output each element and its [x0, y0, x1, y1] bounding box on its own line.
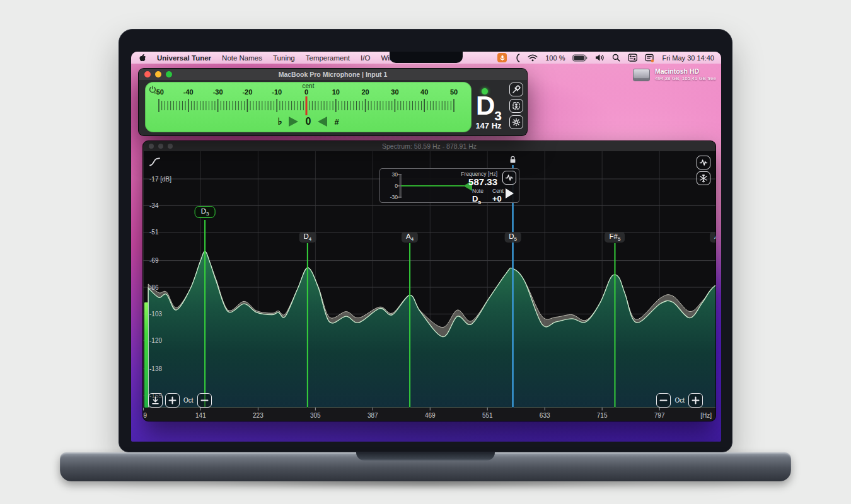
tuner-window-title: MacBook Pro Microphone | Input 1 [279, 71, 388, 78]
peak-note-label[interactable]: F#5 [605, 232, 625, 243]
battery-percent-label: 100 % [545, 54, 565, 62]
cent-deviation-value: 0 [305, 116, 311, 127]
hz-tick-label: 797 [654, 412, 665, 419]
peak-note-label[interactable]: D5 [504, 232, 521, 243]
menu-tuning[interactable]: Tuning [273, 54, 295, 62]
freeze-snowflake-button[interactable] [697, 171, 710, 185]
db-tick-label: -69 [149, 257, 159, 264]
popup-note-value: D5 [472, 194, 483, 205]
menu-clock[interactable]: Fri May 30 14:40 [662, 54, 714, 62]
tune-down-arrow-icon [318, 117, 327, 127]
tuner-window: MacBook Pro Microphone | Input 1 cent -5… [138, 68, 528, 136]
hz-tick-label: 551 [482, 412, 493, 419]
popup-cent-line [401, 185, 464, 186]
zoom-button[interactable] [166, 71, 172, 77]
hz-tick-label: 141 [195, 412, 206, 419]
minimize-button[interactable] [158, 144, 163, 149]
frequency-inspector-popup[interactable]: 30 0 -30 Frequency [Hz] 587.33 Note D5 [379, 168, 519, 203]
tune-up-arrow-icon [289, 117, 298, 127]
hz-axis-unit: [Hz] [700, 412, 712, 419]
menu-temperament[interactable]: Temperament [306, 54, 350, 62]
db-tick-label: -103 [149, 311, 162, 318]
macbook-screen: Universal Tuner Note Names Tuning Temper… [131, 52, 721, 442]
menu-note-names[interactable]: Note Names [222, 54, 262, 62]
pin-window-button[interactable] [509, 83, 523, 96]
microphone-in-use-indicator[interactable] [497, 53, 507, 62]
peak-note-label[interactable]: A4 [402, 232, 418, 243]
focus-mode-icon[interactable] [514, 54, 520, 62]
detected-frequency: 147 Hz [465, 121, 512, 130]
peak-note-label[interactable]: D4 [299, 232, 316, 243]
hz-tick-label: 223 [253, 412, 263, 419]
volume-icon[interactable] [595, 54, 605, 62]
play-tone-button[interactable] [506, 188, 514, 198]
spotlight-search-icon[interactable] [612, 54, 620, 62]
popup-cent-value: +0 [492, 194, 504, 204]
spectrum-plot-area[interactable]: 59141223305387469551633715797[Hz]-17 [dB… [143, 151, 716, 421]
octave-label-right: Oct [674, 397, 685, 404]
hz-tick-label: 633 [540, 412, 550, 419]
waveform-view-button[interactable] [697, 156, 710, 169]
popup-note-label: Note [472, 188, 483, 194]
menu-app-name[interactable]: Universal Tuner [157, 54, 211, 62]
macbook-base [60, 452, 791, 481]
close-button[interactable] [144, 71, 151, 77]
minimize-button[interactable] [155, 71, 161, 77]
desktop-volume[interactable]: Macintosh HD 494,38 GB, 165,41 GB free [633, 67, 716, 81]
popup-cent-label: Cent [492, 188, 504, 194]
db-tick-label: -17 [dB] [149, 176, 171, 183]
averaged-spectrum-curve [148, 251, 716, 408]
battery-icon[interactable] [572, 54, 588, 62]
spectrum-window: Spectrum: 58.59 Hz - 878.91 Hz 591412233… [142, 140, 716, 421]
hz-tick-label: 305 [310, 412, 321, 419]
lid-lift-notch [356, 452, 495, 461]
popup-frequency-value: 587.33 [461, 177, 497, 188]
wifi-icon[interactable] [528, 54, 538, 62]
apple-menu-icon[interactable] [138, 53, 146, 62]
hz-tick-label: 59 [143, 412, 147, 419]
smoothing-curve-icon[interactable] [149, 157, 161, 169]
flat-symbol: ♭ [277, 116, 282, 127]
tuner-titlebar[interactable]: MacBook Pro Microphone | Input 1 [139, 69, 527, 80]
db-tick-label: -86 [149, 284, 159, 291]
resize-window-button[interactable] [509, 99, 523, 113]
close-button[interactable] [149, 144, 154, 149]
hz-tick-label: 715 [597, 412, 608, 419]
popup-waveform-button[interactable] [502, 171, 516, 185]
db-tick-label: -138 [149, 365, 162, 372]
desktop-mockup: Universal Tuner Note Names Tuning Temper… [0, 0, 851, 504]
volume-name: Macintosh HD [655, 67, 716, 75]
tuning-needle [306, 96, 308, 115]
menu-io[interactable]: I/O [361, 54, 370, 62]
lock-icon[interactable] [509, 155, 516, 166]
macbook-lid: Universal Tuner Note Names Tuning Temper… [119, 29, 732, 452]
input-level-meter [144, 302, 148, 408]
peak-note-label[interactable]: A5 [710, 232, 716, 243]
control-center-icon[interactable] [628, 54, 637, 62]
octave-zoom-in-button-left[interactable] [165, 393, 180, 408]
zoom-button[interactable] [168, 144, 173, 149]
hz-tick-label: 387 [368, 412, 378, 419]
db-tick-label: -51 [149, 229, 159, 236]
db-tick-label: -120 [149, 337, 162, 344]
hard-drive-icon [633, 69, 650, 81]
spectrum-titlebar[interactable]: Spectrum: 58.59 Hz - 878.91 Hz [143, 141, 715, 151]
cent-scale-panel: cent -50-40-30-20-1001020304050 ♭ 0 # [145, 82, 472, 132]
export-button[interactable] [148, 393, 163, 408]
peak-note-label[interactable]: D3 [195, 206, 216, 218]
hz-tick-label: 469 [425, 412, 436, 419]
octave-zoom-out-button-left[interactable] [197, 393, 212, 408]
detected-note: D3 [469, 93, 508, 122]
spectrum-window-title: Spectrum: 58.59 Hz - 878.91 Hz [382, 142, 477, 150]
db-tick-label: -34 [149, 202, 159, 209]
octave-zoom-out-button-right[interactable] [656, 393, 671, 408]
octave-label-left: Oct [183, 397, 194, 404]
octave-zoom-in-button-right[interactable] [688, 393, 703, 408]
volume-info: 494,38 GB, 165,41 GB free [655, 76, 716, 81]
app-status-menu-icon[interactable] [645, 54, 654, 62]
settings-gear-button[interactable] [509, 115, 523, 129]
sharp-symbol: # [334, 117, 339, 127]
camera-notch [390, 52, 463, 63]
